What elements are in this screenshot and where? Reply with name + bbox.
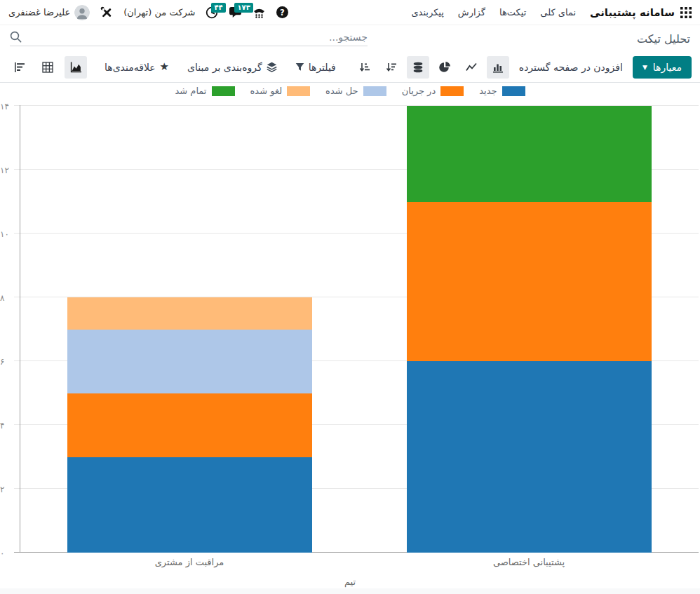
developer-tools-icon[interactable] — [100, 6, 113, 19]
favorites-button[interactable]: ★ علاقه‌مندی‌ها — [105, 62, 169, 73]
messages-icon[interactable]: ۱۷۳ — [229, 6, 242, 18]
group-by-button[interactable]: گروه‌بندی بر مبنای — [187, 62, 277, 73]
y-tick-label: ۱۴ — [0, 102, 17, 112]
legend-item[interactable]: در جریان — [402, 86, 464, 96]
pivot-view-button[interactable] — [36, 56, 59, 79]
legend-label: جدید — [479, 86, 497, 96]
menu-item[interactable]: گزارش — [451, 7, 492, 18]
insert-in-spreadsheet-button[interactable]: افزودن در صفحه گسترده — [513, 58, 628, 77]
search-input[interactable] — [26, 32, 368, 43]
company-switcher[interactable]: شرکت من (تهران) — [123, 7, 195, 18]
bar-chart-button[interactable] — [487, 56, 509, 79]
legend-swatch — [363, 86, 386, 96]
y-tick-label: ۸ — [0, 293, 17, 303]
user-menu[interactable]: علیرضا غضنفری — [8, 5, 90, 20]
legend-swatch — [287, 86, 310, 96]
pie-chart-button[interactable] — [433, 56, 456, 79]
star-icon: ★ — [160, 62, 169, 72]
search-bar[interactable] — [10, 31, 368, 46]
bar-segment[interactable] — [67, 457, 312, 553]
chart-plot: ۰۲۴۶۸۱۰۱۲۱۴ — [0, 105, 700, 553]
legend-swatch — [440, 86, 464, 96]
phone-dialpad-icon[interactable] — [253, 6, 266, 18]
legend-item[interactable]: لغو شده — [250, 86, 311, 96]
caret-down-icon: ▼ — [642, 64, 647, 71]
avatar — [74, 5, 90, 20]
list-view-button[interactable] — [8, 56, 31, 79]
top-navbar: سامانه پشتیبانی نمای کلیتیکت‌هاگزارشپیکر… — [0, 0, 700, 25]
sort-ascending-button[interactable] — [354, 56, 376, 79]
y-tick-label: ۴ — [0, 421, 17, 431]
y-tick-label: ۶ — [0, 357, 17, 367]
layers-icon — [267, 62, 277, 72]
activities-clock-icon[interactable]: ۴۴ — [206, 6, 218, 19]
app-window: سامانه پشتیبانی نمای کلیتیکت‌هاگزارشپیکر… — [0, 0, 700, 594]
bar-segment[interactable] — [67, 330, 312, 393]
y-axis-line — [20, 105, 20, 553]
y-tick-label: ۱۰ — [0, 229, 17, 239]
svg-text:?: ? — [281, 8, 285, 18]
search-icon — [10, 31, 22, 43]
menu-item[interactable]: نمای کلی — [533, 7, 583, 18]
bar-segment[interactable] — [67, 393, 312, 457]
legend-label: لغو شده — [250, 86, 283, 96]
group-by-label: گروه‌بندی بر مبنای — [187, 62, 262, 73]
app-name[interactable]: سامانه پشتیبانی — [590, 6, 675, 19]
legend-item[interactable]: جدید — [479, 86, 525, 96]
filters-button[interactable]: فیلترها — [295, 62, 336, 73]
legend-swatch — [212, 86, 235, 96]
legend-item[interactable]: حل شده — [325, 86, 386, 96]
activities-badge: ۴۴ — [211, 3, 225, 13]
y-tick-label: ۰ — [0, 548, 17, 558]
chart-area: جدیددر جریانحل شدهلغو شدهتمام شد ۰۲۴۶۸۱۰… — [0, 83, 700, 588]
nav-right: سامانه پشتیبانی نمای کلیتیکت‌هاگزارشپیکر… — [404, 6, 692, 19]
measures-button[interactable]: معیارها ▼ — [633, 56, 692, 79]
legend-label: تمام شد — [175, 86, 207, 96]
legend-label: در جریان — [402, 86, 436, 96]
apps-grid-icon[interactable] — [680, 7, 692, 18]
top-menu: نمای کلیتیکت‌هاگزارشپیکربندی — [404, 7, 583, 18]
view-switcher — [8, 56, 87, 79]
category-label: پشتیبانی اختصاصی — [493, 557, 565, 567]
bar-segment[interactable] — [407, 361, 652, 553]
breadcrumb-search-row: تحلیل تیکت — [0, 25, 700, 52]
control-panel: معیارها ▼ افزودن در صفحه گسترده — [0, 52, 700, 83]
measures-label: معیارها — [653, 62, 682, 73]
menu-item[interactable]: پیکربندی — [404, 7, 450, 18]
legend-label: حل شده — [325, 86, 358, 96]
y-tick-label: ۲ — [0, 485, 17, 494]
y-tick-label: ۱۲ — [0, 166, 17, 175]
favorites-label: علاقه‌مندی‌ها — [105, 62, 156, 73]
chart-legend: جدیددر جریانحل شدهلغو شدهتمام شد — [0, 86, 700, 96]
graph-view-button[interactable] — [65, 56, 87, 79]
line-chart-button[interactable] — [460, 56, 483, 79]
bar-segment[interactable] — [407, 202, 652, 362]
bottom-strip — [0, 588, 700, 594]
filters-label: فیلترها — [309, 62, 336, 73]
legend-item[interactable]: تمام شد — [175, 86, 235, 96]
x-axis-title: تیم — [0, 576, 700, 587]
sort-descending-button[interactable] — [380, 56, 403, 79]
systray: ? ۱۷۳ ۴۴ — [8, 5, 288, 20]
bar-segment[interactable] — [407, 106, 652, 202]
category-label: مراقبت از مشتری — [155, 557, 224, 567]
user-name: علیرضا غضنفری — [8, 7, 70, 18]
control-panel-right: معیارها ▼ افزودن در صفحه گسترده — [354, 56, 692, 79]
stacked-toggle-button[interactable] — [407, 56, 429, 79]
messages-badge: ۱۷۳ — [234, 3, 253, 13]
filter-funnel-icon — [295, 62, 304, 72]
search-menus: فیلترها گروه‌بندی بر مبنای ★ علاقه‌مندی‌… — [105, 62, 336, 73]
help-icon[interactable]: ? — [276, 6, 288, 18]
bar-segment[interactable] — [67, 297, 312, 330]
page-title: تحلیل تیکت — [637, 32, 690, 46]
legend-swatch — [502, 86, 525, 96]
menu-item[interactable]: تیکت‌ها — [492, 7, 533, 18]
